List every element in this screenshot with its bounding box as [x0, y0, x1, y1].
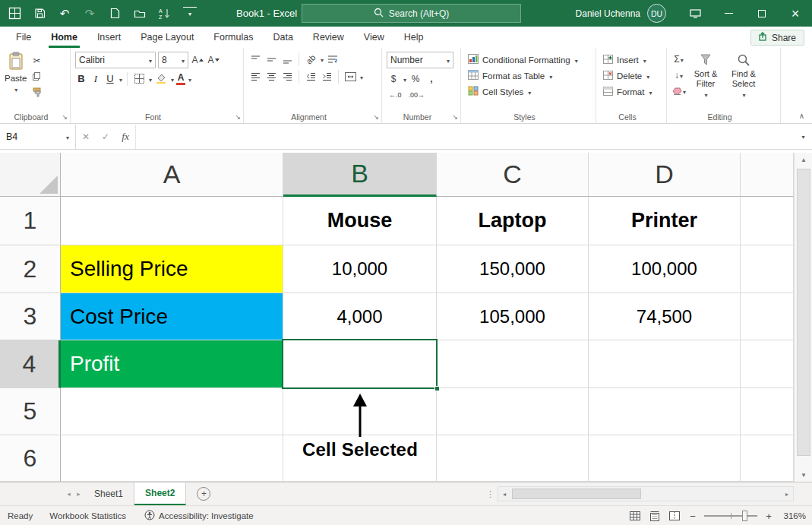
- accounting-dropdown-icon[interactable]: [403, 74, 406, 84]
- tab-insert[interactable]: Insert: [87, 27, 131, 48]
- sort-filter-button[interactable]: Sort & Filter: [687, 52, 724, 100]
- open-folder-icon[interactable]: [133, 7, 147, 21]
- cell-D2[interactable]: 100,000: [589, 245, 741, 293]
- cell-partial-6[interactable]: [741, 435, 794, 482]
- ribbon-display-options-icon[interactable]: [678, 0, 712, 27]
- font-dialog-launcher-icon[interactable]: [235, 113, 241, 121]
- scroll-up-icon[interactable]: [795, 153, 812, 166]
- row-header-4[interactable]: 4: [0, 340, 61, 388]
- tab-home[interactable]: Home: [41, 27, 87, 48]
- customize-quick-access-icon[interactable]: [183, 7, 197, 21]
- cell-D4[interactable]: [589, 340, 741, 388]
- align-right-icon[interactable]: [280, 69, 294, 84]
- tab-scrollbar-splitter[interactable]: [486, 482, 494, 506]
- clipboard-dialog-launcher-icon[interactable]: [62, 113, 68, 121]
- page-layout-view-icon[interactable]: [648, 509, 662, 523]
- align-top-icon[interactable]: [248, 52, 262, 66]
- tab-page-layout[interactable]: Page Layout: [131, 27, 204, 48]
- fill-down-icon[interactable]: ↓: [671, 68, 686, 82]
- cell-styles-button[interactable]: Cell Styles: [466, 84, 592, 100]
- insert-function-icon[interactable]: fx: [115, 125, 135, 149]
- tab-data[interactable]: Data: [263, 27, 302, 48]
- zoom-out-button[interactable]: −: [687, 511, 698, 522]
- font-size-select[interactable]: 8: [158, 52, 188, 68]
- copy-icon[interactable]: [30, 69, 43, 84]
- sheet-nav-right-icon[interactable]: [74, 482, 84, 505]
- insert-cells-button[interactable]: Insert: [601, 52, 663, 68]
- save-icon[interactable]: [33, 7, 46, 21]
- cell-partial-5[interactable]: [741, 388, 794, 435]
- column-header-partial[interactable]: [741, 153, 794, 197]
- font-color-icon[interactable]: A: [176, 73, 185, 85]
- clear-icon[interactable]: [671, 84, 686, 98]
- increase-indent-icon[interactable]: [320, 69, 333, 84]
- orientation-dropdown-icon[interactable]: [320, 54, 324, 65]
- cell-D5[interactable]: [589, 388, 741, 435]
- row-header-1[interactable]: 1: [0, 197, 61, 245]
- font-color-dropdown-icon[interactable]: [188, 74, 191, 84]
- cell-B4[interactable]: [283, 340, 437, 388]
- align-left-icon[interactable]: [248, 69, 262, 84]
- share-button[interactable]: Share: [750, 30, 804, 46]
- cell-A4[interactable]: Profit: [61, 340, 283, 388]
- sort-ascending-icon[interactable]: AZ: [158, 7, 172, 21]
- cell-A1[interactable]: [61, 197, 283, 245]
- fill-color-dropdown-icon[interactable]: [170, 74, 174, 84]
- fill-handle[interactable]: [434, 386, 440, 391]
- zoom-level[interactable]: 316%: [780, 511, 806, 520]
- number-dialog-launcher-icon[interactable]: [452, 113, 458, 121]
- italic-button[interactable]: I: [90, 73, 102, 85]
- collapse-ribbon-icon[interactable]: [799, 112, 804, 120]
- column-header-D[interactable]: D: [589, 153, 741, 197]
- bold-button[interactable]: B: [75, 73, 87, 84]
- column-header-C[interactable]: C: [437, 153, 589, 197]
- merge-center-dropdown-icon[interactable]: [359, 71, 363, 82]
- align-middle-icon[interactable]: [264, 52, 278, 66]
- format-cells-button[interactable]: Format: [601, 84, 663, 100]
- cell-B6[interactable]: [283, 435, 437, 482]
- sheet-nav-left-icon[interactable]: [64, 482, 74, 505]
- horizontal-scroll-track[interactable]: [510, 487, 781, 501]
- formula-bar-expand-icon[interactable]: [794, 125, 812, 149]
- cell-D1[interactable]: Printer: [589, 197, 741, 245]
- cut-icon[interactable]: ✂: [30, 53, 43, 68]
- conditional-formatting-button[interactable]: Conditional Formatting: [466, 52, 592, 68]
- decrease-font-size-icon[interactable]: A: [207, 53, 220, 68]
- borders-icon[interactable]: [132, 71, 146, 86]
- undo-icon[interactable]: [58, 7, 71, 21]
- cell-partial-3[interactable]: [741, 293, 794, 340]
- cell-C2[interactable]: 150,000: [437, 245, 589, 293]
- column-header-A[interactable]: A: [61, 153, 283, 197]
- font-name-select[interactable]: Calibri: [75, 52, 156, 68]
- merge-center-icon[interactable]: [343, 69, 357, 84]
- align-bottom-icon[interactable]: [280, 52, 294, 66]
- cell-D6[interactable]: [589, 435, 741, 482]
- paste-button[interactable]: Paste: [5, 52, 27, 100]
- cell-B5[interactable]: [283, 388, 437, 435]
- alignment-dialog-launcher-icon[interactable]: [373, 113, 379, 121]
- orientation-icon[interactable]: ab: [304, 52, 318, 66]
- close-button[interactable]: ×: [779, 0, 812, 27]
- paste-dropdown-icon[interactable]: [14, 84, 17, 93]
- scroll-right-icon[interactable]: [781, 487, 793, 501]
- row-header-3[interactable]: 3: [0, 293, 61, 340]
- cell-C3[interactable]: 105,000: [437, 293, 589, 340]
- cell-A5[interactable]: [61, 388, 283, 435]
- cell-C6[interactable]: [437, 435, 589, 482]
- borders-dropdown-icon[interactable]: [148, 74, 152, 84]
- page-break-view-icon[interactable]: [668, 509, 681, 523]
- delete-cells-button[interactable]: Delete: [601, 68, 663, 84]
- scroll-left-icon[interactable]: [498, 487, 510, 501]
- redo-icon[interactable]: [83, 7, 96, 21]
- cell-C4[interactable]: [437, 340, 589, 388]
- sheet-tab-sheet1[interactable]: Sheet1: [84, 482, 134, 505]
- tab-review[interactable]: Review: [303, 27, 354, 48]
- search-box[interactable]: Search (Alt+Q): [302, 4, 521, 23]
- cell-A2[interactable]: Selling Price: [61, 245, 283, 293]
- cell-A6[interactable]: [61, 435, 283, 482]
- cell-partial-1[interactable]: [741, 197, 794, 245]
- vertical-scroll-thumb[interactable]: [797, 169, 810, 456]
- align-center-icon[interactable]: [264, 69, 278, 84]
- minimize-button[interactable]: [712, 0, 745, 27]
- increase-font-size-icon[interactable]: A: [191, 53, 204, 68]
